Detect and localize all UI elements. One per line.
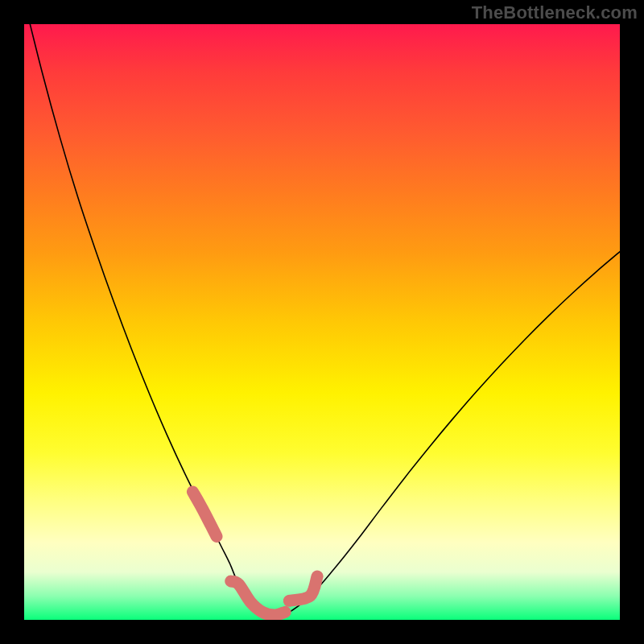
left-slope-marker <box>192 492 217 537</box>
flat-bottom-marker <box>231 581 285 615</box>
chart-frame: TheBottleneck.com <box>0 0 644 644</box>
watermark-text: TheBottleneck.com <box>472 2 638 23</box>
bottleneck-curve <box>24 24 620 616</box>
chart-svg <box>24 24 620 620</box>
right-slope-marker <box>289 576 317 601</box>
plot-area <box>24 24 620 620</box>
highlight-markers <box>192 492 317 615</box>
